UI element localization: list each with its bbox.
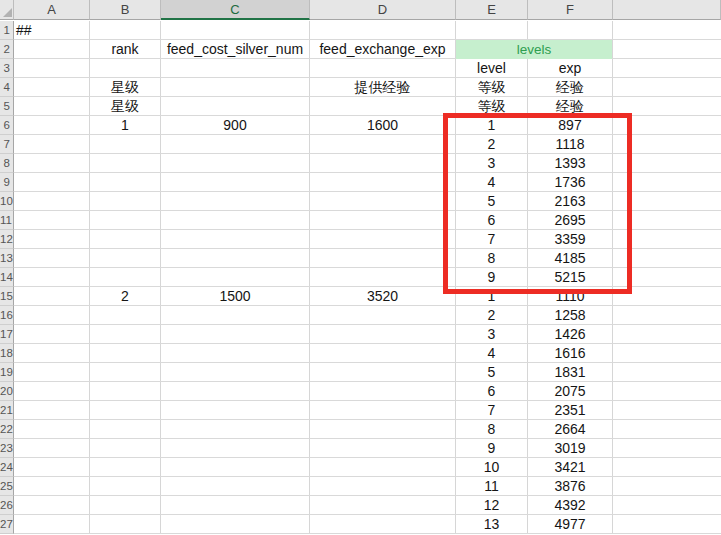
gridline-horizontal bbox=[14, 457, 721, 458]
gridline-horizontal bbox=[14, 419, 721, 420]
cell-F24[interactable]: 3421 bbox=[528, 458, 612, 477]
row-header-14[interactable]: 14 bbox=[0, 268, 14, 287]
cell-D4[interactable]: 提供经验 bbox=[310, 78, 455, 97]
gridline-horizontal bbox=[14, 476, 721, 477]
cell-F21[interactable]: 2351 bbox=[528, 401, 612, 420]
row-header-3[interactable]: 3 bbox=[0, 59, 14, 78]
row-header-22[interactable]: 22 bbox=[0, 420, 14, 439]
row-header-11[interactable]: 11 bbox=[0, 211, 14, 230]
cell-E24[interactable]: 10 bbox=[456, 458, 527, 477]
highlight-rectangle[interactable] bbox=[443, 113, 632, 294]
cell-D6[interactable]: 1600 bbox=[310, 116, 455, 135]
cell-E3[interactable]: level bbox=[456, 59, 527, 78]
cell-E26[interactable]: 12 bbox=[456, 496, 527, 515]
row-header-18[interactable]: 18 bbox=[0, 344, 14, 363]
column-header-B[interactable]: B bbox=[90, 0, 161, 20]
column-header-F[interactable]: F bbox=[528, 0, 613, 20]
cell-F27[interactable]: 4977 bbox=[528, 515, 612, 534]
cell-F20[interactable]: 2075 bbox=[528, 382, 612, 401]
row-header-16[interactable]: 16 bbox=[0, 306, 14, 325]
gridline-horizontal bbox=[14, 495, 721, 496]
cell-E23[interactable]: 9 bbox=[456, 439, 527, 458]
spreadsheet: ABCDEF 123456789101112131415161718192021… bbox=[0, 0, 721, 535]
cell-F23[interactable]: 3019 bbox=[528, 439, 612, 458]
cell-A1[interactable]: ## bbox=[14, 21, 89, 40]
row-header-24[interactable]: 24 bbox=[0, 458, 14, 477]
cell-E17[interactable]: 3 bbox=[456, 325, 527, 344]
cell-C2[interactable]: feed_cost_silver_num bbox=[161, 40, 309, 59]
column-header-E[interactable]: E bbox=[456, 0, 528, 20]
cell-F19[interactable]: 1831 bbox=[528, 363, 612, 382]
row-header-1[interactable]: 1 bbox=[0, 21, 14, 40]
cell-E18[interactable]: 4 bbox=[456, 344, 527, 363]
row-header-25[interactable]: 25 bbox=[0, 477, 14, 496]
cell-E19[interactable]: 5 bbox=[456, 363, 527, 382]
cell-E22[interactable]: 8 bbox=[456, 420, 527, 439]
row-header-23[interactable]: 23 bbox=[0, 439, 14, 458]
cell-B6[interactable]: 1 bbox=[90, 116, 160, 135]
row-header-6[interactable]: 6 bbox=[0, 116, 14, 135]
cell-F26[interactable]: 4392 bbox=[528, 496, 612, 515]
row-header-27[interactable]: 27 bbox=[0, 515, 14, 534]
gridline-horizontal bbox=[14, 400, 721, 401]
gridline-horizontal bbox=[14, 362, 721, 363]
row-header-9[interactable]: 9 bbox=[0, 173, 14, 192]
row-header-10[interactable]: 10 bbox=[0, 192, 14, 211]
column-header-blank[interactable] bbox=[613, 0, 721, 20]
cell-E25[interactable]: 11 bbox=[456, 477, 527, 496]
cell-B2[interactable]: rank bbox=[90, 40, 160, 59]
cell-E21[interactable]: 7 bbox=[456, 401, 527, 420]
gridline-horizontal bbox=[14, 324, 721, 325]
row-header-4[interactable]: 4 bbox=[0, 78, 14, 97]
row-header-19[interactable]: 19 bbox=[0, 363, 14, 382]
cell-C6[interactable]: 900 bbox=[161, 116, 309, 135]
cell-F17[interactable]: 1426 bbox=[528, 325, 612, 344]
cell-E20[interactable]: 6 bbox=[456, 382, 527, 401]
row-header-13[interactable]: 13 bbox=[0, 249, 14, 268]
row-header-26[interactable]: 26 bbox=[0, 496, 14, 515]
row-header-8[interactable]: 8 bbox=[0, 154, 14, 173]
gridline-horizontal bbox=[14, 381, 721, 382]
cell-C15[interactable]: 1500 bbox=[161, 287, 309, 306]
cell-D15[interactable]: 3520 bbox=[310, 287, 455, 306]
cell-B4[interactable]: 星级 bbox=[90, 78, 160, 97]
gridline-horizontal bbox=[14, 514, 721, 515]
gridline-horizontal bbox=[14, 438, 721, 439]
cell-F18[interactable]: 1616 bbox=[528, 344, 612, 363]
cell-F22[interactable]: 2664 bbox=[528, 420, 612, 439]
cell-B15[interactable]: 2 bbox=[90, 287, 160, 306]
row-header-5[interactable]: 5 bbox=[0, 97, 14, 116]
cell-F4[interactable]: 经验 bbox=[528, 78, 612, 97]
row-header-21[interactable]: 21 bbox=[0, 401, 14, 420]
row-header-7[interactable]: 7 bbox=[0, 135, 14, 154]
select-all-corner-icon[interactable] bbox=[0, 0, 14, 20]
column-header-D[interactable]: D bbox=[310, 0, 456, 20]
cell-E4[interactable]: 等级 bbox=[456, 78, 527, 97]
cell-F25[interactable]: 3876 bbox=[528, 477, 612, 496]
column-header-A[interactable]: A bbox=[14, 0, 90, 20]
cell-F3[interactable]: exp bbox=[528, 59, 612, 78]
cell-E27[interactable]: 13 bbox=[456, 515, 527, 534]
row-header-15[interactable]: 15 bbox=[0, 287, 14, 306]
gridline-horizontal bbox=[14, 533, 721, 534]
row-header-17[interactable]: 17 bbox=[0, 325, 14, 344]
row-header-12[interactable]: 12 bbox=[0, 230, 14, 249]
cell-B5[interactable]: 星级 bbox=[90, 97, 160, 116]
row-header-2[interactable]: 2 bbox=[0, 40, 14, 59]
cell-E16[interactable]: 2 bbox=[456, 306, 527, 325]
column-header-C[interactable]: C bbox=[161, 0, 310, 20]
cell-D2[interactable]: feed_exchange_exp bbox=[310, 40, 455, 59]
gridline-horizontal bbox=[14, 343, 721, 344]
row-header-20[interactable]: 20 bbox=[0, 382, 14, 401]
cell-E2[interactable]: levels bbox=[456, 40, 612, 59]
cell-F16[interactable]: 1258 bbox=[528, 306, 612, 325]
